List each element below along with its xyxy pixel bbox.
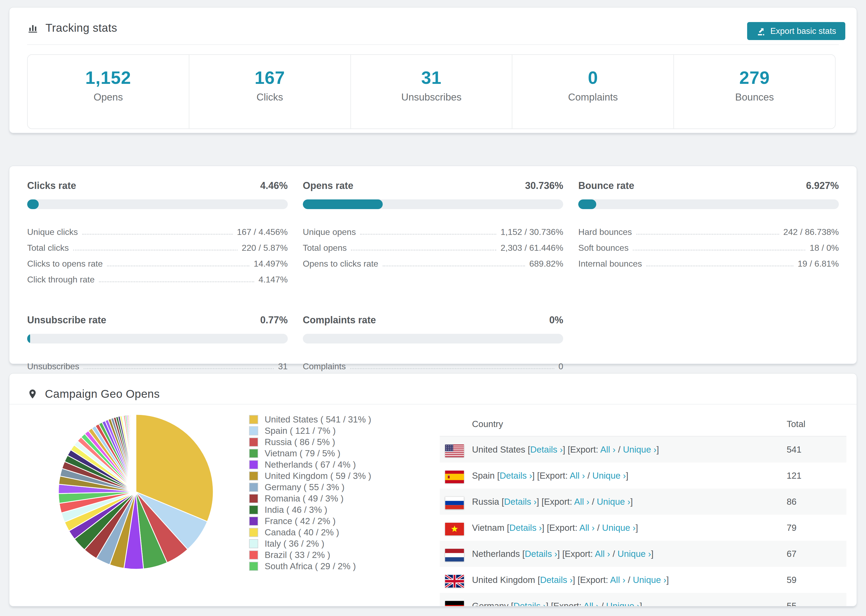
rate-block-clicks-rate: Clicks rate4.46%Unique clicks167 / 4.456… bbox=[27, 180, 288, 284]
rate-detail-label: Total clicks bbox=[27, 244, 69, 253]
rate-value: 6.927% bbox=[806, 180, 839, 191]
legend-item-united-kingdom[interactable]: United Kingdom ( 59 / 3% ) bbox=[249, 470, 421, 482]
link-separator: / bbox=[610, 549, 618, 559]
legend-item-romania[interactable]: Romania ( 49 / 3% ) bbox=[249, 493, 421, 504]
de-flag-icon bbox=[445, 601, 464, 607]
legend-swatch bbox=[249, 438, 258, 447]
country-name: United States [ bbox=[472, 445, 530, 454]
country-name: Spain [ bbox=[472, 471, 500, 481]
total-cell: 67 bbox=[787, 549, 846, 559]
bracket-close: ] bbox=[657, 445, 659, 454]
legend-swatch bbox=[249, 483, 258, 492]
rate-detail-row: Unique opens1,152 / 30.736% bbox=[303, 221, 564, 237]
legend-label: United Kingdom ( 59 / 3% ) bbox=[265, 471, 371, 481]
legend-item-south-africa[interactable]: South Africa ( 29 / 2% ) bbox=[249, 561, 421, 572]
export-unique-link[interactable]: Unique › bbox=[602, 523, 636, 533]
ru-flag-icon bbox=[445, 497, 464, 509]
details-link[interactable]: Details › bbox=[504, 497, 537, 507]
legend-item-germany[interactable]: Germany ( 55 / 3% ) bbox=[249, 482, 421, 493]
column-header-country: Country bbox=[440, 419, 787, 429]
export-all-link[interactable]: All › bbox=[595, 549, 610, 559]
rate-block-unsubscribe-rate: Unsubscribe rate0.77%Unsubscribes31 bbox=[27, 314, 288, 371]
rate-detail-label: Soft bounces bbox=[578, 244, 628, 253]
country-name: United Kingdom [ bbox=[472, 575, 540, 585]
details-link[interactable]: Details › bbox=[540, 575, 573, 585]
legend-item-united-states[interactable]: United States ( 541 / 31% ) bbox=[249, 414, 421, 425]
export-all-link[interactable]: All › bbox=[610, 575, 625, 585]
export-all-link[interactable]: All › bbox=[579, 523, 595, 533]
export-basic-stats-button[interactable]: Export basic stats bbox=[747, 22, 845, 40]
export-prefix: ] [Export: bbox=[546, 601, 583, 607]
export-unique-link[interactable]: Unique › bbox=[592, 471, 626, 481]
rate-progress-fill bbox=[578, 200, 596, 209]
legend-item-canada[interactable]: Canada ( 40 / 2% ) bbox=[249, 527, 421, 538]
geo-table-row-vietnam: Vietnam [Details ›] [Export: All › / Uni… bbox=[440, 515, 846, 541]
legend-swatch bbox=[249, 539, 258, 548]
rate-detail-value: 31 bbox=[278, 362, 288, 371]
details-link[interactable]: Details › bbox=[500, 471, 532, 481]
details-link[interactable]: Details › bbox=[525, 549, 557, 559]
geo-table-row-united-states: United States [Details ›] [Export: All ›… bbox=[440, 437, 846, 462]
rate-detail-row: Total opens2,303 / 61.446% bbox=[303, 237, 564, 253]
geo-pie-chart[interactable] bbox=[55, 411, 216, 572]
details-link[interactable]: Details › bbox=[513, 601, 546, 607]
page-title: Tracking stats bbox=[46, 22, 117, 35]
legend-swatch bbox=[249, 528, 258, 537]
summary-stat-bounces: 279Bounces bbox=[674, 55, 835, 129]
rate-detail-value: 167 / 4.456% bbox=[237, 228, 288, 237]
dotted-leader bbox=[351, 250, 496, 250]
stat-label: Clicks bbox=[257, 92, 283, 103]
pie-slice-other[interactable] bbox=[136, 415, 136, 492]
dotted-leader bbox=[350, 368, 554, 369]
country-name: Vietnam [ bbox=[472, 523, 509, 533]
legend-item-france[interactable]: France ( 42 / 2% ) bbox=[249, 515, 421, 527]
rate-detail-value: 19 / 6.81% bbox=[798, 259, 839, 269]
rate-value: 0% bbox=[549, 314, 563, 326]
total-cell: 121 bbox=[787, 471, 846, 481]
export-unique-link[interactable]: Unique › bbox=[633, 575, 666, 585]
legend-swatch bbox=[249, 517, 258, 526]
export-unique-link[interactable]: Unique › bbox=[597, 497, 630, 507]
dotted-leader bbox=[636, 234, 779, 235]
export-all-link[interactable]: All › bbox=[574, 497, 589, 507]
rate-detail-label: Complaints bbox=[303, 362, 346, 371]
legend-label: Netherlands ( 67 / 4% ) bbox=[265, 460, 356, 470]
rate-detail-label: Internal bounces bbox=[578, 259, 642, 269]
legend-swatch bbox=[249, 562, 258, 571]
rate-detail-label: Clicks to opens rate bbox=[27, 259, 103, 269]
legend-label: South Africa ( 29 / 2% ) bbox=[265, 561, 356, 571]
export-unique-link[interactable]: Unique › bbox=[623, 445, 657, 454]
country-cell: Germany [Details ›] [Export: All › / Uni… bbox=[440, 601, 787, 607]
geo-table-row-russia: Russia [Details ›] [Export: All › / Uniq… bbox=[440, 489, 846, 515]
legend-item-vietnam[interactable]: Vietnam ( 79 / 5% ) bbox=[249, 448, 421, 459]
bracket-close: ] bbox=[626, 471, 628, 481]
rate-detail-value: 242 / 86.738% bbox=[783, 228, 839, 237]
rate-detail-label: Unique clicks bbox=[27, 228, 78, 237]
geo-header-divider bbox=[9, 404, 857, 404]
rate-detail-label: Total opens bbox=[303, 244, 347, 253]
legend-item-russia[interactable]: Russia ( 86 / 5% ) bbox=[249, 437, 421, 448]
rate-detail-label: Hard bounces bbox=[578, 228, 632, 237]
export-unique-link[interactable]: Unique › bbox=[606, 601, 640, 607]
legend-item-italy[interactable]: Italy ( 36 / 2% ) bbox=[249, 538, 421, 549]
export-prefix: ] [Export: bbox=[537, 497, 574, 507]
export-all-link[interactable]: All › bbox=[570, 471, 585, 481]
legend-item-spain[interactable]: Spain ( 121 / 7% ) bbox=[249, 425, 421, 437]
legend-swatch bbox=[249, 471, 258, 481]
legend-item-india[interactable]: India ( 46 / 3% ) bbox=[249, 504, 421, 515]
details-link[interactable]: Details › bbox=[530, 445, 563, 454]
rate-detail-row: Total clicks220 / 5.87% bbox=[27, 237, 288, 253]
legend-item-brazil[interactable]: Brazil ( 33 / 2% ) bbox=[249, 549, 421, 561]
rate-progress-bar bbox=[578, 200, 839, 209]
rate-detail-label: Click through rate bbox=[27, 275, 94, 284]
export-all-link[interactable]: All › bbox=[583, 601, 599, 607]
rate-progress-bar bbox=[27, 334, 288, 344]
tracking-stats-header: Tracking stats bbox=[27, 22, 117, 35]
details-link[interactable]: Details › bbox=[509, 523, 542, 533]
legend-swatch bbox=[249, 449, 258, 458]
export-unique-link[interactable]: Unique › bbox=[617, 549, 651, 559]
legend-item-netherlands[interactable]: Netherlands ( 67 / 4% ) bbox=[249, 459, 421, 470]
link-separator: / bbox=[589, 497, 597, 507]
rate-detail-row: Unsubscribes31 bbox=[27, 355, 288, 371]
export-all-link[interactable]: All › bbox=[600, 445, 616, 454]
